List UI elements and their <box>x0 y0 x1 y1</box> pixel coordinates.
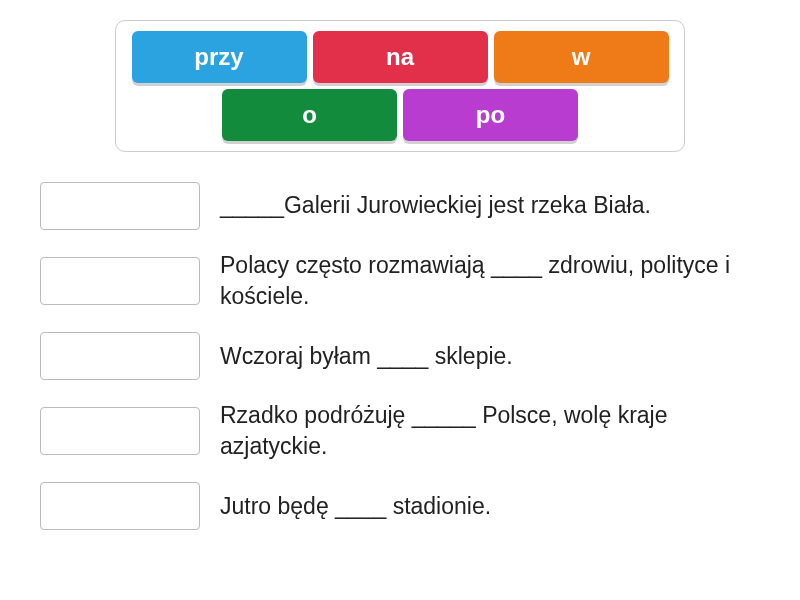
questions-list: _____Galerii Jurowieckiej jest rzeka Bia… <box>40 182 770 530</box>
word-tile-przy[interactable]: przy <box>132 31 307 83</box>
word-tile-o[interactable]: o <box>222 89 397 141</box>
question-row: Polacy często rozmawiają ____ zdrowiu, p… <box>40 250 770 312</box>
drop-zone-2[interactable] <box>40 257 200 305</box>
sentence-text: Rzadko podróżuję _____ Polsce, wolę kraj… <box>220 400 740 462</box>
word-tile-w[interactable]: w <box>494 31 669 83</box>
word-tile-na[interactable]: na <box>313 31 488 83</box>
word-bank: przy na w o po <box>115 20 685 152</box>
question-row: Rzadko podróżuję _____ Polsce, wolę kraj… <box>40 400 770 462</box>
drop-zone-4[interactable] <box>40 407 200 455</box>
sentence-text: Wczoraj byłam ____ sklepie. <box>220 341 513 372</box>
question-row: Wczoraj byłam ____ sklepie. <box>40 332 770 380</box>
drop-zone-1[interactable] <box>40 182 200 230</box>
drop-zone-3[interactable] <box>40 332 200 380</box>
drop-zone-5[interactable] <box>40 482 200 530</box>
question-row: _____Galerii Jurowieckiej jest rzeka Bia… <box>40 182 770 230</box>
question-row: Jutro będę ____ stadionie. <box>40 482 770 530</box>
word-tile-po[interactable]: po <box>403 89 578 141</box>
sentence-text: Jutro będę ____ stadionie. <box>220 491 491 522</box>
sentence-text: Polacy często rozmawiają ____ zdrowiu, p… <box>220 250 740 312</box>
sentence-text: _____Galerii Jurowieckiej jest rzeka Bia… <box>220 190 651 221</box>
